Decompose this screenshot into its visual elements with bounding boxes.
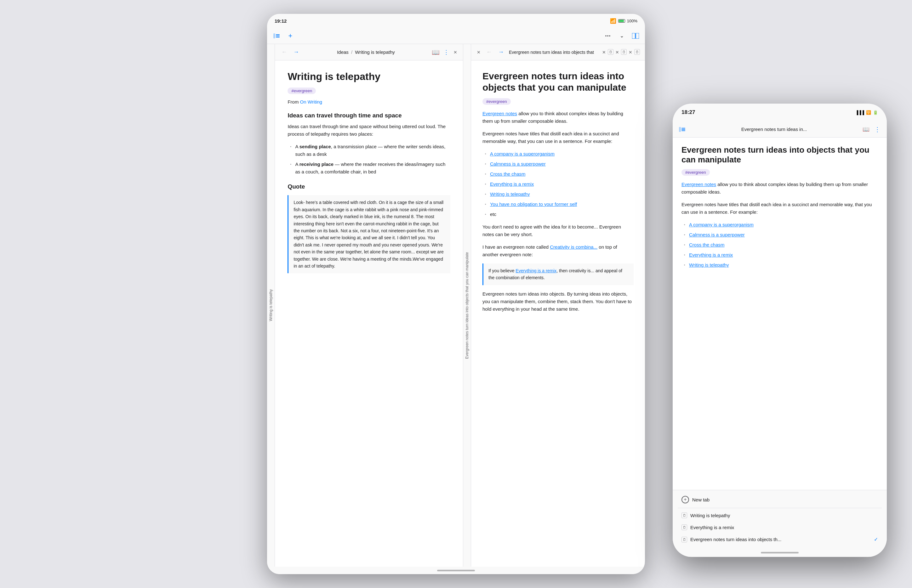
ipad-home-indicator [267, 567, 645, 574]
list-item: Writing is telepathy [485, 191, 634, 198]
source-link[interactable]: On Writing [300, 99, 322, 105]
left-pane-body: Writing is telepathy #evergreen From On … [275, 60, 462, 567]
list-item: A company is a superorganism [684, 221, 878, 229]
iphone-evergreen-link[interactable]: Evergreen notes [681, 182, 716, 187]
list-item: Everything is a remix [684, 252, 878, 259]
iphone-intro: Evergreen notes allow you to think about… [681, 181, 878, 196]
close-right-pane[interactable]: ✕ [476, 49, 481, 55]
svg-rect-7 [632, 33, 635, 39]
iphone-sidebar-toggle[interactable] [678, 125, 687, 134]
right-forward-button[interactable]: → [497, 48, 505, 56]
close-pane-button[interactable]: ✕ [453, 49, 458, 55]
right-note-tag[interactable]: #evergreen [482, 98, 511, 105]
sidebar-note-title: Writing is telepathy [268, 287, 273, 323]
list-item: etc [485, 211, 634, 218]
new-tab-button[interactable]: + New tab [678, 493, 882, 506]
tab-evergreen-notes[interactable]: 🗒 Evergreen notes turn ideas into object… [678, 533, 882, 546]
doc-icon-1: 🗒 [681, 512, 687, 518]
iphone-note-tag[interactable]: #evergreen [681, 170, 710, 176]
right-pane-body: Evergreen notes turn ideas into objects … [471, 60, 645, 567]
right-links-list: A company is a superorganism Calmness is… [482, 150, 634, 218]
link-obligation[interactable]: You have no obligation to your former se… [490, 202, 577, 207]
left-pane-header: ← → Ideas / Writing is telepathy 📖 ⋮ ✕ [275, 44, 462, 60]
note-tag[interactable]: #evergreen [288, 87, 316, 94]
tab-label-1: Writing is telepathy [690, 513, 730, 518]
iphone-link-remix[interactable]: Everything is a remix [689, 252, 733, 258]
list-item: A company is a superorganism [485, 150, 634, 158]
tab-doc-1[interactable]: 🗒 [608, 49, 613, 55]
svg-point-6 [609, 35, 610, 37]
tab-writing-telepathy[interactable]: 🗒 Writing is telepathy [678, 509, 882, 521]
section-heading-1: Ideas can travel through time and space [288, 112, 450, 119]
blockquote-text: Look- here's a table covered with red cl… [294, 199, 445, 270]
link-remix[interactable]: Everything is a remix [490, 181, 534, 187]
forward-button[interactable]: → [292, 48, 300, 56]
link-telepathy[interactable]: Writing is telepathy [490, 191, 530, 197]
pane-actions: 📖 ⋮ [432, 48, 449, 56]
iphone-book-icon[interactable]: 📖 [862, 125, 870, 134]
svg-rect-0 [273, 33, 275, 39]
tab-label-2: Everything is a remix [690, 525, 734, 530]
list-item: A receiving place — where the reader rec… [290, 160, 450, 176]
iphone-link-superorganism[interactable]: A company is a superorganism [689, 222, 754, 228]
note-title: Writing is telepathy [288, 71, 450, 82]
link-calmness[interactable]: Calmness is a superpower [490, 161, 546, 166]
battery-percent: 100% [627, 19, 637, 23]
note-source: From On Writing [288, 99, 450, 105]
left-sidebar: Writing is telepathy [267, 44, 275, 567]
svg-rect-9 [679, 127, 681, 132]
list-item: Everything is a remix [485, 180, 634, 188]
checkmark-icon: ✓ [874, 536, 878, 542]
list-item: You have no obligation to your former se… [485, 200, 634, 208]
blockquote: Look- here's a table covered with red cl… [288, 195, 450, 273]
note-list-1: A sending place, a transmission place — … [288, 143, 450, 176]
sidebar-toggle-button[interactable] [272, 31, 281, 40]
list-item: Cross the chasm [684, 241, 878, 249]
right-blockquote: If you believe Everything is a remix, th… [482, 263, 634, 285]
tab-close-1[interactable]: ✕ [602, 49, 606, 55]
tab-doc-2[interactable]: 🗒 [621, 49, 627, 55]
split-view-button[interactable] [631, 31, 640, 40]
tabs-popup-row: ✕ 🗒 ✕ 🗒 ✕ 🗒 [602, 49, 640, 55]
svg-point-4 [605, 35, 606, 37]
svg-rect-2 [276, 36, 280, 36]
chevron-down-button[interactable]: ⌄ [617, 31, 626, 40]
tab-close-2[interactable]: ✕ [615, 49, 620, 55]
evergreen-notes-link[interactable]: Evergreen notes [482, 111, 517, 116]
creativity-link[interactable]: Creativity is combina... [550, 244, 597, 250]
back-button[interactable]: ← [280, 48, 288, 56]
link-chasm[interactable]: Cross the chasm [490, 171, 526, 176]
ipad-time: 19:12 [275, 18, 286, 24]
right-note-title: Evergreen notes turn ideas into objects … [482, 71, 634, 93]
new-note-button[interactable]: + [286, 31, 295, 40]
iphone-wifi-icon: 🛜 [866, 110, 871, 115]
iphone-status-right: ▐▐▐ 🛜 🔋 [855, 110, 878, 115]
center-note-title: Evergreen notes turn ideas into objects … [465, 250, 469, 361]
more-options-button[interactable] [603, 31, 612, 40]
iphone-link-telepathy[interactable]: Writing is telepathy [689, 263, 729, 268]
tab-doc-3[interactable]: 🗒 [634, 49, 640, 55]
blockquote-text-right: If you believe Everything is a remix, th… [488, 267, 629, 281]
breadcrumb-parent: Ideas [337, 49, 349, 55]
ipad-content-area: Writing is telepathy ← → Ideas / Writing… [267, 44, 645, 567]
iphone-link-chasm[interactable]: Cross the chasm [689, 242, 724, 248]
link-superorganism[interactable]: A company is a superorganism [490, 151, 555, 157]
everything-remix-link[interactable]: Everything is a remix [516, 268, 556, 273]
battery-body [618, 19, 625, 23]
iphone-signal-icon: ▐▐▐ [855, 110, 864, 115]
section-heading-2: Quote [288, 183, 450, 190]
ellipsis-button[interactable]: ⋮ [443, 49, 449, 56]
new-tab-label: New tab [692, 497, 710, 502]
iphone-link-calmness[interactable]: Calmness is a superpower [689, 232, 745, 237]
book-icon[interactable]: 📖 [432, 48, 440, 56]
iphone-p2: Evergreen notes have titles that distill… [681, 201, 878, 216]
plus-circle-icon: + [681, 496, 689, 503]
right-pane-header: ✕ ← → Evergreen notes turn ideas into ob… [471, 44, 645, 60]
tab-close-3[interactable]: ✕ [628, 49, 633, 55]
right-back-button[interactable]: ← [485, 48, 493, 56]
tab-everything-remix[interactable]: 🗒 Everything is a remix [678, 521, 882, 533]
ipad-device: 19:12 📶 100% + [267, 14, 645, 574]
battery-icon [618, 19, 625, 23]
breadcrumb: Ideas / Writing is telepathy [304, 49, 428, 55]
iphone-more-button[interactable]: ⋮ [873, 125, 882, 134]
